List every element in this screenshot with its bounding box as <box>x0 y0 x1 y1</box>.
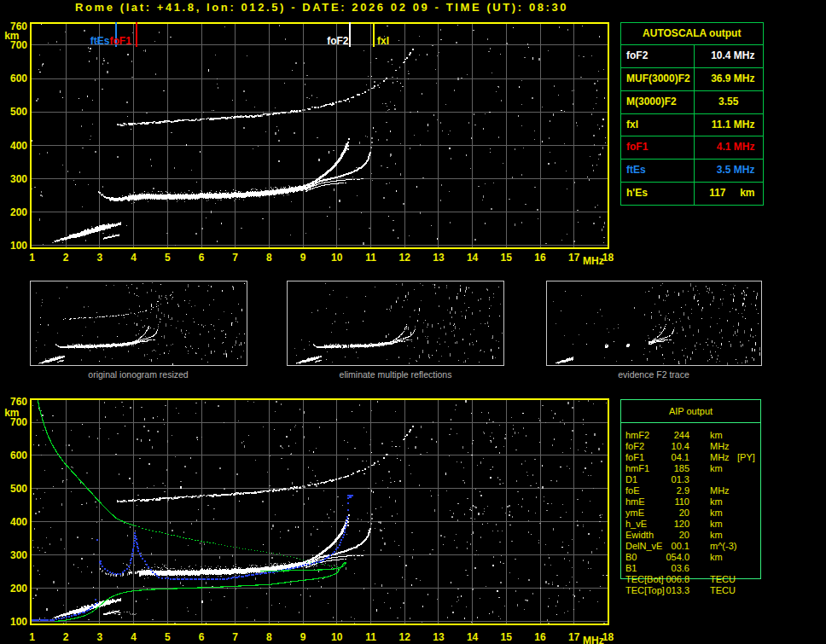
svg-text:2: 2 <box>63 631 69 643</box>
svg-text:MHz: MHz <box>583 635 604 644</box>
svg-text:8: 8 <box>266 631 272 643</box>
svg-text:9: 9 <box>300 252 306 264</box>
svg-text:3: 3 <box>97 252 103 264</box>
svg-text:13: 13 <box>433 252 445 264</box>
svg-text:400: 400 <box>10 140 27 152</box>
svg-text:18: 18 <box>602 252 614 264</box>
svg-text:4: 4 <box>131 631 137 643</box>
svg-text:200: 200 <box>10 583 27 595</box>
svg-text:18: 18 <box>602 631 614 643</box>
svg-text:MHz: MHz <box>583 255 604 267</box>
svg-text:6: 6 <box>199 631 205 643</box>
svg-text:eliminate multiple reflections: eliminate multiple reflections <box>340 369 452 380</box>
svg-text:400: 400 <box>10 516 27 528</box>
svg-text:5: 5 <box>165 252 171 264</box>
svg-text:17: 17 <box>568 252 580 264</box>
svg-text:11: 11 <box>365 631 376 643</box>
svg-text:12: 12 <box>399 631 411 643</box>
svg-text:10: 10 <box>331 252 343 264</box>
svg-text:600: 600 <box>10 73 27 84</box>
svg-text:16: 16 <box>534 252 546 264</box>
svg-text:14: 14 <box>467 631 479 643</box>
svg-text:100: 100 <box>10 616 27 628</box>
svg-text:600: 600 <box>10 450 27 461</box>
svg-text:ftEs: ftEs <box>90 35 110 47</box>
svg-text:100: 100 <box>10 240 27 252</box>
svg-text:15: 15 <box>501 252 513 264</box>
svg-text:2: 2 <box>63 252 69 264</box>
svg-text:500: 500 <box>10 483 27 495</box>
svg-text:evidence F2 trace: evidence F2 trace <box>618 369 689 380</box>
svg-text:12: 12 <box>399 252 411 264</box>
svg-text:km: km <box>4 30 19 42</box>
svg-text:11: 11 <box>365 252 376 264</box>
svg-text:7: 7 <box>232 631 238 643</box>
svg-text:5: 5 <box>165 631 171 643</box>
svg-text:17: 17 <box>568 631 580 643</box>
svg-text:9: 9 <box>300 631 306 643</box>
svg-text:15: 15 <box>501 631 513 643</box>
svg-text:fxI: fxI <box>377 35 389 47</box>
svg-text:300: 300 <box>10 549 27 561</box>
svg-text:3: 3 <box>97 631 103 643</box>
svg-text:foF1: foF1 <box>110 35 132 47</box>
svg-text:760: 760 <box>10 396 27 408</box>
svg-text:8: 8 <box>266 252 272 264</box>
svg-text:1: 1 <box>29 252 35 264</box>
svg-text:7: 7 <box>232 252 238 264</box>
svg-text:4: 4 <box>131 252 137 264</box>
svg-text:13: 13 <box>433 631 445 643</box>
svg-text:16: 16 <box>534 631 546 643</box>
svg-text:10: 10 <box>331 631 343 643</box>
svg-text:200: 200 <box>10 206 27 218</box>
svg-text:6: 6 <box>199 252 205 264</box>
svg-text:foF2: foF2 <box>327 35 349 47</box>
svg-text:km: km <box>4 407 19 419</box>
svg-text:14: 14 <box>467 252 479 264</box>
svg-text:original ionogram resized: original ionogram resized <box>88 369 188 380</box>
svg-text:1: 1 <box>29 631 35 643</box>
svg-text:300: 300 <box>10 173 27 185</box>
svg-text:500: 500 <box>10 106 27 118</box>
